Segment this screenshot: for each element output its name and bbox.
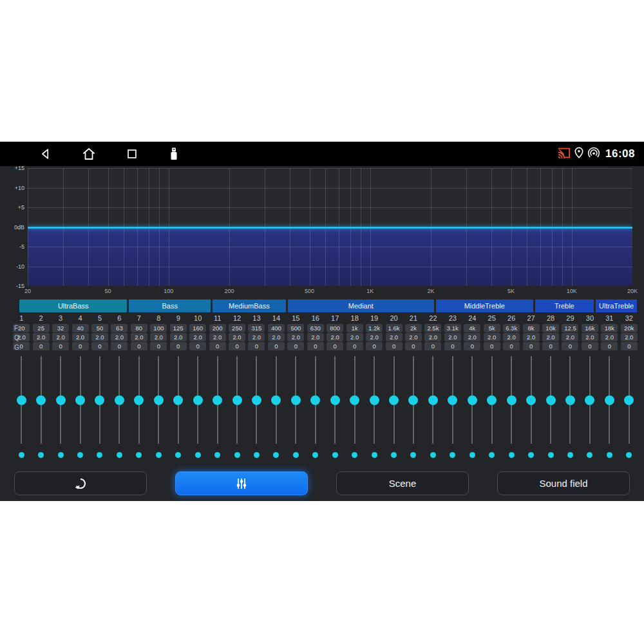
scene-button-label: Scene [389,478,417,489]
home-button[interactable] [81,146,97,162]
frequency-value-chip: 315 [248,324,265,332]
slider-knob[interactable] [173,395,183,405]
channel-number: 16 [306,314,325,323]
channel-dot [567,452,573,458]
slider-knob[interactable] [115,395,124,405]
gain-value-chip: 0 [405,342,422,350]
gain-value-chip: 0 [523,342,540,350]
slider-knob[interactable] [428,395,438,405]
slider-knob[interactable] [585,395,594,405]
gain-slider-ch27[interactable] [521,355,540,445]
gain-slider-ch25[interactable] [482,355,502,445]
channel-dot [293,452,299,458]
eq-frequency-response-chart: +15+10+50dB-5-10-15 20501002005001K2K5K1… [0,166,644,297]
recents-button[interactable] [125,147,139,161]
channel-dot [410,452,416,458]
back-button[interactable] [39,147,53,161]
channel-column: 166302.00 [306,314,325,351]
gain-slider-ch16[interactable] [306,355,325,445]
slider-knob[interactable] [370,395,379,405]
slider-knob[interactable] [330,395,340,405]
gain-slider-ch26[interactable] [502,355,521,445]
slider-knob[interactable] [468,395,477,405]
slider-knob[interactable] [546,395,556,405]
channel-number: 25 [482,314,502,323]
slider-knob[interactable] [448,395,457,405]
gain-slider-ch31[interactable] [600,355,619,445]
grid-line-horizontal [28,207,632,208]
gain-slider-ch24[interactable] [462,355,482,445]
gain-slider-ch14[interactable] [267,355,286,445]
slider-knob[interactable] [17,395,26,405]
channel-number: 11 [207,314,227,323]
gain-slider-ch7[interactable] [129,355,149,445]
gain-slider-ch32[interactable] [620,355,639,445]
slider-knob[interactable] [526,395,536,405]
gain-slider-ch18[interactable] [345,355,364,445]
gain-slider-ch2[interactable] [31,355,50,445]
channel-number: 26 [502,314,521,323]
slider-knob[interactable] [565,395,575,405]
gain-value-chip: 0 [52,342,69,350]
gain-slider-ch11[interactable] [207,355,227,445]
usb-button[interactable] [167,146,180,162]
gain-slider-ch29[interactable] [560,355,580,445]
channel-column: 7802.00 [129,314,149,351]
gain-slider-ch6[interactable] [109,355,129,445]
slider-knob[interactable] [232,395,242,405]
channel-column: 178002.00 [325,314,345,351]
slider-knob[interactable] [56,395,66,405]
slider-knob[interactable] [154,395,164,405]
q-value-chip: 2.0 [72,333,89,341]
equalizer-button[interactable] [175,471,308,495]
gain-slider-ch22[interactable] [423,355,442,445]
slider-knob[interactable] [95,395,104,405]
slider-knob[interactable] [605,395,614,405]
gain-slider-ch8[interactable] [149,355,168,445]
channel-column: 101602.00 [188,314,207,351]
recents-square-icon [125,147,139,161]
gain-slider-ch30[interactable] [580,355,600,445]
slider-knob[interactable] [134,395,144,405]
gain-slider-ch5[interactable] [90,355,109,445]
gain-slider-ch10[interactable] [188,355,207,445]
gain-slider-ch1[interactable] [12,355,31,445]
eq-response-curve [28,227,632,229]
gain-slider-ch9[interactable] [169,355,188,445]
gain-slider-ch3[interactable] [51,355,70,445]
gain-slider-ch15[interactable] [286,355,305,445]
sound-field-button[interactable]: Sound field [497,471,630,495]
scene-button[interactable]: Scene [336,471,469,495]
slider-knob[interactable] [193,395,203,405]
gain-slider-ch28[interactable] [541,355,560,445]
slider-knob[interactable] [252,395,261,405]
gain-slider-ch20[interactable] [384,355,403,445]
gain-slider-ch23[interactable] [443,355,462,445]
slider-knob[interactable] [624,395,634,405]
slider-knob[interactable] [291,395,301,405]
channel-number: 13 [247,314,266,323]
gain-value-chip: 0 [503,342,520,350]
frequency-value-chip: 250 [229,324,245,332]
slider-knob[interactable] [408,395,418,405]
slider-knob[interactable] [213,395,222,405]
slider-knob[interactable] [389,395,399,405]
reset-button[interactable] [14,471,147,495]
gain-slider-ch19[interactable] [365,355,384,445]
slider-knob[interactable] [507,395,516,405]
slider-knob[interactable] [75,395,85,405]
gain-slider-ch12[interactable] [227,355,247,445]
channel-number: 8 [149,314,168,323]
gain-slider-ch13[interactable] [247,355,266,445]
gain-slider-ch21[interactable] [404,355,423,445]
gain-slider-ch4[interactable] [70,355,90,445]
slider-knob[interactable] [310,395,320,405]
gain-value-chip: 0 [621,342,638,350]
slider-knob[interactable] [36,395,46,405]
location-icon [574,146,584,162]
channel-number: 18 [345,314,364,323]
slider-knob[interactable] [487,395,497,405]
slider-knob[interactable] [350,395,359,405]
slider-knob[interactable] [271,395,281,405]
gain-slider-ch17[interactable] [325,355,345,445]
